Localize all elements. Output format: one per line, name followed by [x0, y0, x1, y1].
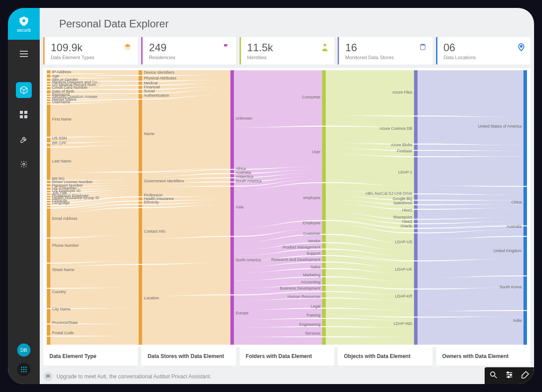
sankey-node-label: Customer [303, 231, 320, 236]
kpi-data-element-types[interactable]: 109.9k Data Element Types [43, 37, 138, 64]
cube-icon [124, 43, 132, 53]
sankey-node-label: LDAP-IND [394, 321, 412, 326]
svg-point-119 [507, 372, 508, 373]
apps-grid-icon[interactable] [17, 363, 30, 376]
hamburger-icon[interactable] [16, 46, 32, 62]
column-headers: Data Element Type Data Stores with Data … [40, 347, 534, 369]
sankey-node-label: Email Address [52, 216, 78, 221]
sankey-node-label: Human Resources [287, 294, 320, 299]
sliders-icon[interactable] [505, 370, 514, 381]
sankey-node-label: Google BQ [392, 196, 412, 201]
nav-settings[interactable] [16, 156, 32, 172]
sankey-node-label: China [511, 200, 522, 204]
sankey-chart[interactable]: IP AddressAgeSex or GenderMedical Diseas… [43, 68, 531, 347]
kpi-row: 109.9k Data Element Types 249 Residencie… [40, 37, 534, 64]
user-avatar[interactable]: DB [17, 343, 30, 357]
sankey-node-label: Contact Info [144, 229, 166, 234]
sankey-node-label: BR CPF [52, 141, 67, 145]
svg-point-120 [510, 374, 512, 375]
sankey-node-label: Support [306, 251, 320, 256]
gear-icon [20, 160, 28, 168]
sankey-node-label: Firebase [397, 149, 412, 153]
sankey-node-label: Postal Code [52, 331, 74, 335]
sankey-node-label: India [513, 318, 522, 323]
build-icon[interactable] [521, 370, 530, 381]
nav-tools[interactable] [16, 132, 32, 147]
search-icon[interactable] [489, 370, 498, 381]
brand-name: securiti [17, 28, 31, 33]
sankey-node-label: United States of America [478, 124, 522, 128]
sankey-node-label: Hive1 [402, 208, 412, 212]
sankey-node-label: Name [144, 132, 154, 136]
sankey-node-label: Accounting [301, 280, 320, 284]
sankey-node-label: Services [305, 331, 320, 335]
sankey-node-label: South Korea [500, 285, 522, 289]
sankey-node-label: Training [306, 313, 320, 317]
sankey-node-label: Physical Attributes [144, 76, 177, 80]
sankey-node-label: United Kingdom [493, 249, 522, 253]
sankey-node-label: Azure Cosmos DB [380, 126, 412, 131]
svg-rect-5 [24, 111, 27, 114]
sankey-node-label: Azure Files [392, 90, 412, 94]
sankey-node-label: Azure Blobs [391, 143, 412, 147]
svg-point-20 [520, 45, 522, 47]
sankey-node-label: Ethnicity [144, 200, 159, 204]
kpi-data-locations[interactable]: 06 Data Locations [436, 37, 531, 64]
database-icon [419, 43, 426, 52]
flag-icon [223, 43, 230, 52]
footer-bar: Upgrade to meet Auti, the conversational… [40, 369, 534, 384]
sankey-node-label: Research and Development [271, 257, 320, 262]
svg-point-10 [23, 366, 24, 368]
kpi-monitored-stores[interactable]: 16 Monitored Data Stores [338, 37, 432, 64]
sankey-node-label: LDAP-KR [395, 294, 412, 298]
sankey-node-label: Vendor [308, 239, 320, 243]
svg-point-114 [490, 372, 495, 376]
sankey-node-label: Marketing [303, 273, 320, 277]
nav-data-explorer[interactable] [16, 82, 32, 98]
chat-prompt: Upgrade to meet Auti, the conversational… [56, 373, 211, 380]
kpi-identities[interactable]: 11.5k Identities [240, 37, 334, 64]
svg-rect-4 [20, 111, 23, 114]
sankey-node-label: Sharepoint [393, 215, 412, 219]
brand-logo[interactable]: securiti [8, 8, 40, 40]
svg-point-8 [23, 163, 25, 166]
sidebar: securiti DB [8, 8, 40, 384]
device-frame: securiti DB Personal Data Explorer [8, 8, 534, 384]
col-header-4: Owners with Data Element [436, 347, 531, 366]
svg-rect-7 [24, 115, 27, 118]
sankey-node-label: Legal [311, 304, 320, 309]
sankey-node-label: Salesforce [393, 201, 412, 205]
sankey-node-label: Business Development [280, 286, 320, 290]
person-icon [322, 43, 328, 53]
sankey-node-label: LDAP-UK [395, 267, 412, 271]
sankey-node-label: Username [52, 100, 71, 104]
sankey-node-label: First Name [52, 117, 72, 121]
sankey-node-label: Europe [236, 311, 248, 315]
sankey-node-label: Phone Number [52, 243, 79, 248]
sankey-node-label: Device Identifiers [144, 70, 174, 75]
svg-point-0 [23, 19, 26, 22]
sankey-node-label: Location [144, 296, 159, 300]
main-content: Personal Data Explorer 109.9k Data Eleme… [40, 8, 534, 384]
kpi-residencies[interactable]: 249 Residencies [141, 37, 236, 64]
pin-icon [518, 43, 524, 53]
page-title: Personal Data Explorer [40, 8, 534, 37]
sankey-node-label: North America [236, 258, 261, 262]
svg-point-121 [508, 376, 509, 377]
nav-dashboard[interactable] [16, 107, 32, 123]
sankey-node-label: LDAP-US [395, 240, 412, 244]
chat-icon[interactable] [43, 372, 53, 381]
svg-point-18 [324, 44, 326, 46]
sankey-node-label: Consumer [302, 95, 320, 99]
sankey-node-label: Product Management [282, 245, 320, 249]
sankey-node-label: City Name [52, 307, 71, 311]
sankey-node-label: Employee [303, 221, 320, 225]
svg-point-15 [21, 371, 22, 372]
sankey-node-label: Engineering [299, 322, 320, 327]
sankey-node-label: Province/State [52, 320, 78, 325]
sankey-node-label: Unknown [236, 116, 252, 121]
sankey-node-label: Language [52, 200, 70, 205]
sankey-node-label: Hive2 [402, 219, 412, 224]
sankey-node-label: Country [52, 290, 66, 294]
sankey-node-label: Asia [236, 205, 244, 209]
